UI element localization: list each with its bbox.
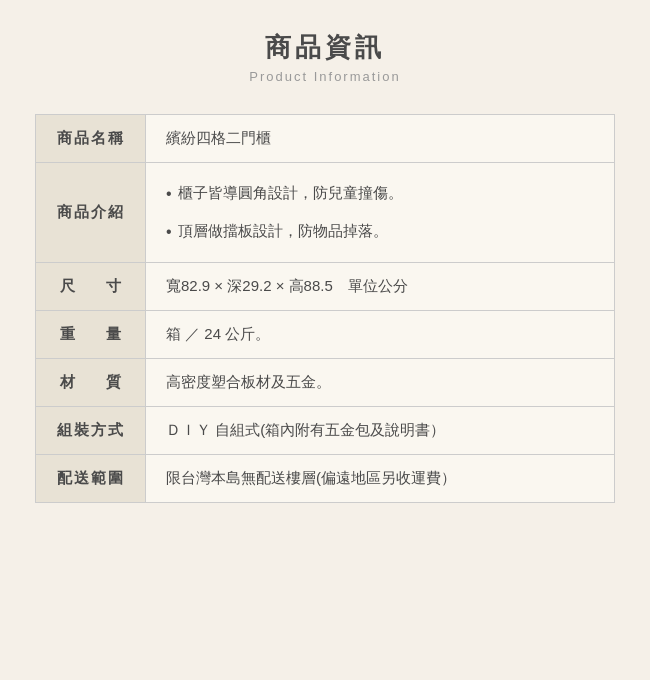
intro-text-0: 櫃子皆導圓角設計，防兒童撞傷。	[178, 181, 403, 205]
row-value-1: •櫃子皆導圓角設計，防兒童撞傷。•頂層做擋板設計，防物品掉落。	[146, 163, 614, 262]
table-row: 配送範圍限台灣本島無配送樓層(偏遠地區另收運費）	[36, 455, 614, 502]
bullet-icon-1: •	[166, 219, 172, 245]
product-info-container: 商品資訊 Product Information 商品名稱繽紛四格二門櫃商品介紹…	[35, 20, 615, 503]
bullet-icon-0: •	[166, 181, 172, 207]
row-label-2: 尺 寸	[36, 263, 146, 310]
row-label-1: 商品介紹	[36, 163, 146, 262]
row-value-4: 高密度塑合板材及五金。	[146, 359, 614, 406]
intro-item-0: •櫃子皆導圓角設計，防兒童撞傷。	[166, 181, 403, 207]
intro-item-1: •頂層做擋板設計，防物品掉落。	[166, 219, 388, 245]
table-row: 材 質高密度塑合板材及五金。	[36, 359, 614, 407]
row-label-6: 配送範圍	[36, 455, 146, 502]
row-value-0: 繽紛四格二門櫃	[146, 115, 614, 162]
table-row: 重 量箱 ／ 24 公斤。	[36, 311, 614, 359]
page-title: 商品資訊	[35, 30, 615, 65]
row-label-4: 材 質	[36, 359, 146, 406]
row-label-0: 商品名稱	[36, 115, 146, 162]
table-row: 商品介紹•櫃子皆導圓角設計，防兒童撞傷。•頂層做擋板設計，防物品掉落。	[36, 163, 614, 263]
intro-text-1: 頂層做擋板設計，防物品掉落。	[178, 219, 388, 243]
row-label-5: 組裝方式	[36, 407, 146, 454]
header: 商品資訊 Product Information	[35, 20, 615, 94]
row-value-6: 限台灣本島無配送樓層(偏遠地區另收運費）	[146, 455, 614, 502]
row-value-5: ＤＩＹ 自組式(箱內附有五金包及說明書）	[146, 407, 614, 454]
page-subtitle: Product Information	[35, 69, 615, 84]
table-row: 商品名稱繽紛四格二門櫃	[36, 115, 614, 163]
row-label-3: 重 量	[36, 311, 146, 358]
table-row: 組裝方式ＤＩＹ 自組式(箱內附有五金包及說明書）	[36, 407, 614, 455]
product-table: 商品名稱繽紛四格二門櫃商品介紹•櫃子皆導圓角設計，防兒童撞傷。•頂層做擋板設計，…	[35, 114, 615, 503]
table-row: 尺 寸寬82.9 × 深29.2 × 高88.5 單位公分	[36, 263, 614, 311]
row-value-3: 箱 ／ 24 公斤。	[146, 311, 614, 358]
row-value-2: 寬82.9 × 深29.2 × 高88.5 單位公分	[146, 263, 614, 310]
